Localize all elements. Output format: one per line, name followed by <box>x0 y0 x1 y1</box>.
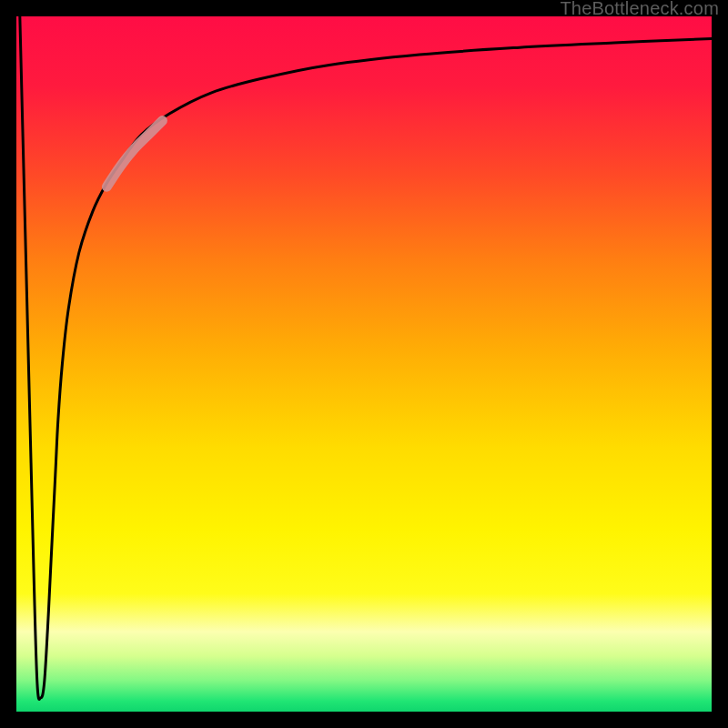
chart-frame: TheBottleneck.com <box>0 0 728 728</box>
plot-area <box>16 16 712 712</box>
background-gradient <box>16 16 712 712</box>
svg-rect-0 <box>16 16 712 712</box>
watermark-text: TheBottleneck.com <box>560 0 719 19</box>
